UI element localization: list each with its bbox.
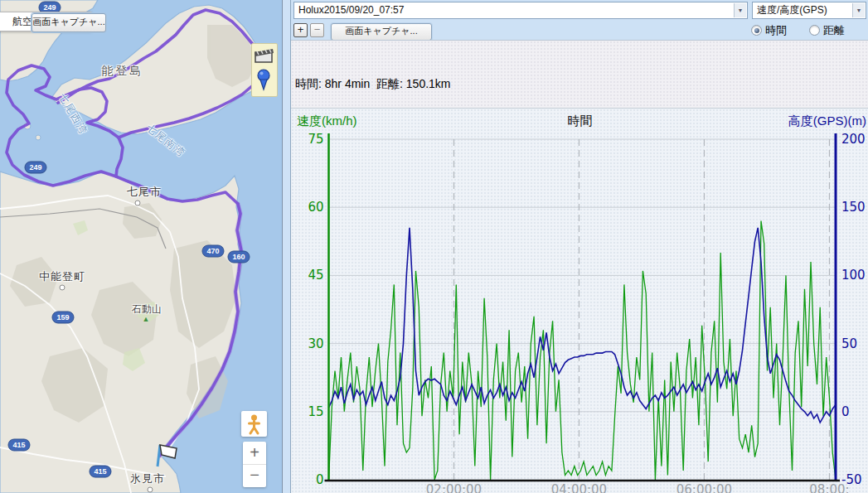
marker-tools xyxy=(251,43,278,97)
x-tick-label: 04:00:00 xyxy=(551,482,607,493)
map-label: 石動山 xyxy=(132,302,162,317)
pegman-icon xyxy=(241,411,267,437)
chevron-down-icon[interactable]: ▼ xyxy=(734,3,746,17)
x-tick-label: 08:00: xyxy=(809,482,849,493)
track-select-value: Holux2015/09/20_07:57 xyxy=(298,4,404,16)
right-tick-label: 50 xyxy=(841,336,857,351)
route-shield: 415 xyxy=(7,439,30,452)
left-tick-label: 30 xyxy=(308,336,323,351)
left-tick-label: 60 xyxy=(308,200,323,215)
route-shield: 159 xyxy=(51,312,74,324)
route-shield: 249 xyxy=(24,162,46,174)
clapperboard-icon[interactable] xyxy=(255,49,274,62)
chevron-down-icon[interactable]: ▼ xyxy=(852,3,865,17)
stats-block: 時間: 8hr 4min 距離: 150.1km 走行時間: 6hr 6min … xyxy=(291,40,868,108)
series-left xyxy=(329,221,836,480)
radio-dot xyxy=(751,25,762,36)
zoom-in-button[interactable]: + xyxy=(293,23,308,37)
x-tick-label: 06:00:00 xyxy=(676,482,732,493)
right-tick-label: 200 xyxy=(841,132,866,147)
map-label: 能登島 xyxy=(102,64,144,79)
route-shield: 470 xyxy=(201,245,224,258)
pegman-control[interactable] xyxy=(241,411,267,437)
stat-line-duration: 時間: 8hr 4min 距離: 150.1km xyxy=(295,75,868,93)
map-capture-button[interactable]: 画面キャプチャ... xyxy=(32,13,106,32)
map-panel[interactable]: 能登島七尾西湾七尾南湾七尾市中能登町石動山▲氷見市249249470160159… xyxy=(0,0,283,493)
map-label: 七尾市 xyxy=(127,185,162,200)
mountain-icon: ▲ xyxy=(143,315,150,323)
radio-time[interactable]: 時間 xyxy=(751,24,787,36)
place-marker xyxy=(135,201,141,206)
view-mode-value: 速度/高度(GPS) xyxy=(757,4,827,16)
map-pin-icon[interactable] xyxy=(258,70,269,89)
map-label: 氷見市 xyxy=(130,471,165,486)
right-tick-label: 150 xyxy=(841,200,866,215)
chart-panel: Holux2015/09/20_07:57 ▼ 速度/高度(GPS) ▼ + −… xyxy=(290,0,868,493)
x-tick-label: 02:00:00 xyxy=(426,482,482,493)
route-shield: 415 xyxy=(89,466,111,478)
place-marker xyxy=(60,285,65,291)
map-zoom-in-button[interactable]: + xyxy=(243,442,266,465)
zoom-out-button[interactable]: − xyxy=(310,23,324,37)
place-marker xyxy=(148,487,153,493)
view-mode-select[interactable]: 速度/高度(GPS) ▼ xyxy=(752,2,866,19)
left-tick-label: 15 xyxy=(308,404,323,419)
left-tick-label: 0 xyxy=(316,472,324,487)
chart-area: 速度(km/h) 時間 高度(GPS)(m) 01530456075-50050… xyxy=(291,108,868,493)
right-tick-label: 0 xyxy=(841,404,850,419)
screen-capture-button[interactable]: 画面キャプチャ... xyxy=(331,23,432,41)
app-window: 能登島七尾西湾七尾南湾七尾市中能登町石動山▲氷見市249249470160159… xyxy=(0,0,868,493)
right-tick-label: 100 xyxy=(841,268,866,283)
left-tick-label: 75 xyxy=(308,132,323,147)
map-label: 中能登町 xyxy=(39,269,85,284)
islet xyxy=(36,135,41,140)
radio-dot xyxy=(809,25,820,36)
map-zoom-control: + − xyxy=(243,442,266,487)
route-shield: 160 xyxy=(227,251,250,263)
chart-plot[interactable]: 01530456075-5005010015020002:00:0004:00:… xyxy=(291,109,868,493)
track-select[interactable]: Holux2015/09/20_07:57 ▼ xyxy=(293,2,748,19)
radio-distance[interactable]: 距離 xyxy=(809,24,845,36)
map-zoom-out-button[interactable]: − xyxy=(243,465,266,487)
left-tick-label: 45 xyxy=(308,268,323,283)
